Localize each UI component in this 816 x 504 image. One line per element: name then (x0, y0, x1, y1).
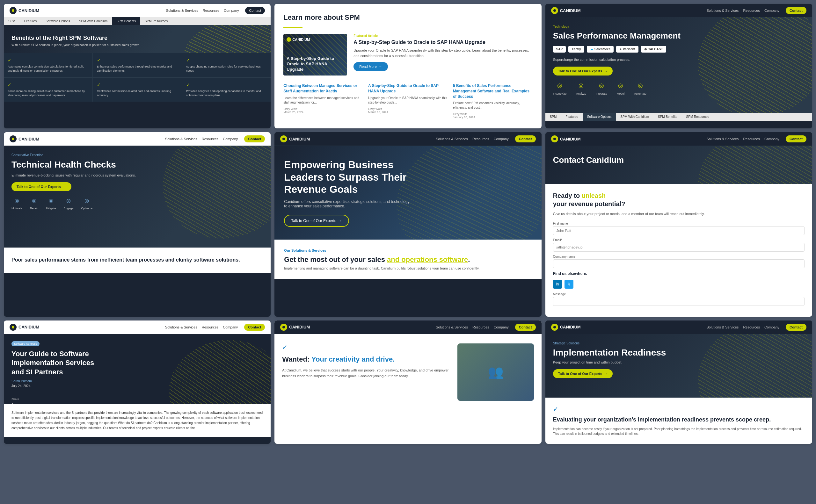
nav-cta-5[interactable]: Contact (515, 135, 536, 142)
card1-subtitle: With a robust SPM solution in place, you… (11, 43, 263, 47)
article-3-title[interactable]: 5 Benefits of Sales Performance Manageme… (453, 83, 533, 99)
article-2: A Step-by-Step Guide to Oracle to SAP HA… (368, 83, 448, 119)
card2-divider (283, 27, 302, 28)
logo-7: CANIDIUM (10, 324, 39, 331)
nav-cta-3[interactable]: Contact (786, 7, 806, 14)
card9-section2-desc: Implementation can become costly if your… (553, 427, 805, 436)
unleash-highlight: unleash (582, 192, 606, 199)
card5-title: Empowering Business Leaders to Surpass T… (284, 159, 431, 195)
benefit-1: ✓ Automates complex commission calculati… (4, 53, 92, 77)
nav-links-1: Solutions & Services Resources Company (166, 9, 239, 12)
benefit-4: ✓ Focus more on selling activities and c… (4, 78, 92, 102)
cta-arrow-icon: → (604, 69, 608, 73)
nav-cta-9[interactable]: Contact (786, 324, 806, 331)
sub-tab-spm-resources[interactable]: SPM Resources (140, 17, 172, 25)
company-input[interactable] (553, 259, 805, 268)
icon-integrate: ◎ Integrate (596, 82, 607, 96)
message-input[interactable] (553, 297, 805, 306)
card7-hero: Software Agnostic Your Guide to Software… (4, 334, 271, 404)
model-icon: ◎ (617, 82, 625, 89)
card3-cta[interactable]: Talk to One of Our Experts → (553, 67, 613, 76)
icon-analyze: ◎ Analyze (576, 82, 586, 96)
twitter-button[interactable]: 𝕏 (565, 280, 574, 289)
nav-cta-6[interactable]: Contact (786, 135, 806, 142)
card4-cta[interactable]: Talk to One of Our Experts → (11, 182, 71, 191)
sub3-benefits[interactable]: SPM Benefits (654, 113, 682, 121)
card7-title: Your Guide to Software Implementation Se… (11, 349, 101, 377)
card-empowering: CANIDIUM Solutions & Services Resources … (274, 132, 541, 317)
featured-text: Featured Article A Step-by-Step Guide to… (353, 34, 532, 76)
sub3-software[interactable]: Software Options (583, 113, 616, 121)
article-3-desc: Explore how SPM enhances visibility, acc… (453, 101, 533, 110)
facebook-icon[interactable]: f (11, 403, 19, 404)
nav-cta-8[interactable]: Contact (515, 324, 536, 331)
sub-tab-spm[interactable]: SPM (4, 17, 20, 25)
retain-icon: ◎ (30, 198, 38, 204)
logo-8: CANIDIUM (280, 324, 310, 331)
message-label: Message (553, 292, 805, 296)
nav-cta-1[interactable]: Contact (245, 7, 265, 14)
logo-6: CANIDIUM (551, 135, 581, 142)
integration-calcast: ⊕ CALCAST (641, 46, 666, 53)
card4-category: Consultative Expertise (11, 153, 263, 157)
card4-bottom: Poor sales performance stems from ineffi… (4, 248, 271, 272)
nav-cta-4[interactable]: Contact (244, 135, 265, 142)
linkedin-button[interactable]: in (553, 280, 562, 289)
featured-badge: Featured Article (353, 34, 532, 38)
card-spm: CANIDIUM Solutions & Services Resources … (545, 4, 812, 128)
sub-tab-spm-benefits[interactable]: SPM Benefits (112, 17, 140, 25)
benefit-icon-1: ✓ (8, 58, 89, 63)
featured-article: CANIDIUM A Step-by-Step Guide to Oracle … (283, 34, 532, 76)
card5-section2-desc: Implementing and managing software can b… (284, 266, 532, 270)
card6-desc: Give us details about your project or ne… (553, 211, 805, 217)
sub3-spm[interactable]: SPM (545, 113, 561, 121)
icon-mitigate: ◎ Mitigate (46, 198, 56, 211)
check-icon-9: ✓ (553, 405, 805, 413)
icon-automate: ◎ Automate (634, 82, 646, 96)
card7-meta: Sarah Putnam (11, 379, 263, 383)
card1-title: Benefits of the Right SPM Software (11, 35, 263, 41)
benefit-icon-5: ✓ (97, 82, 178, 87)
find-us-label: Find us elsewhere. (553, 271, 805, 276)
nav-links-8: Solutions & Services Resources Company (436, 325, 509, 329)
benefit-icon-6: ✓ (186, 82, 267, 87)
logo-icon-5 (280, 135, 287, 142)
article-1-title[interactable]: Choosing Between Managed Services or Sta… (283, 83, 363, 94)
article-1: Choosing Between Managed Services or Sta… (283, 83, 363, 119)
article-2-author: Lizzy Wolff March 18, 2024 (368, 107, 448, 114)
firstname-input[interactable] (553, 226, 805, 235)
company-label: Company name (553, 255, 805, 258)
cta5-arrow-icon: → (338, 219, 342, 223)
benefit-6: ✓ Provides analytics and reporting capab… (182, 78, 271, 102)
author-link[interactable]: Sarah Putnam (11, 379, 32, 383)
email-input[interactable] (553, 243, 805, 252)
card9-cta[interactable]: Talk to One of Our Experts → (553, 369, 613, 378)
nav-cta-7[interactable]: Contact (244, 324, 265, 331)
card7-badge: Software Agnostic (11, 341, 40, 346)
analyze-icon: ◎ (576, 82, 586, 89)
sub-tab-features[interactable]: Features (20, 17, 41, 25)
logo-icon-4 (10, 135, 17, 142)
mitigate-icon: ◎ (46, 198, 56, 204)
sub-tab-spm-canidium[interactable]: SPM With Canidium (75, 17, 112, 25)
sub3-features[interactable]: Features (561, 113, 582, 121)
article-2-title[interactable]: A Step-by-Step Guide to Oracle to SAP HA… (368, 83, 448, 94)
card5-cta[interactable]: Talk to One of Our Experts → (284, 215, 349, 227)
card5-section2: Our Solutions & Services Get the most ou… (274, 240, 541, 279)
sub3-canidium[interactable]: SPM With Canidium (616, 113, 654, 121)
card3-category: Technology (553, 25, 805, 28)
read-more-button[interactable]: Read More → (353, 62, 387, 71)
icon-model: ◎ Model (617, 82, 625, 96)
featured-desc: Upgrade your Oracle to SAP HANA seamless… (353, 48, 532, 58)
team-photo: 👥 (458, 343, 534, 401)
article-3: 5 Benefits of Sales Performance Manageme… (453, 83, 533, 119)
card8-text: ✓ Wanted: Your creativity and drive. At … (282, 343, 451, 401)
card4-title: Technical Health Checks (11, 159, 263, 170)
social-row: in 𝕏 (553, 280, 805, 289)
sub-tab-software[interactable]: Software Options (41, 17, 75, 25)
card7-content: Software implementation services and the… (4, 404, 271, 437)
icon-engage: ◎ Engage (64, 198, 74, 211)
benefit-text-3: Adopts changing compensation rules for e… (186, 65, 267, 73)
sub3-resources[interactable]: SPM Resources (682, 113, 714, 121)
firstname-label: First name (553, 222, 805, 225)
